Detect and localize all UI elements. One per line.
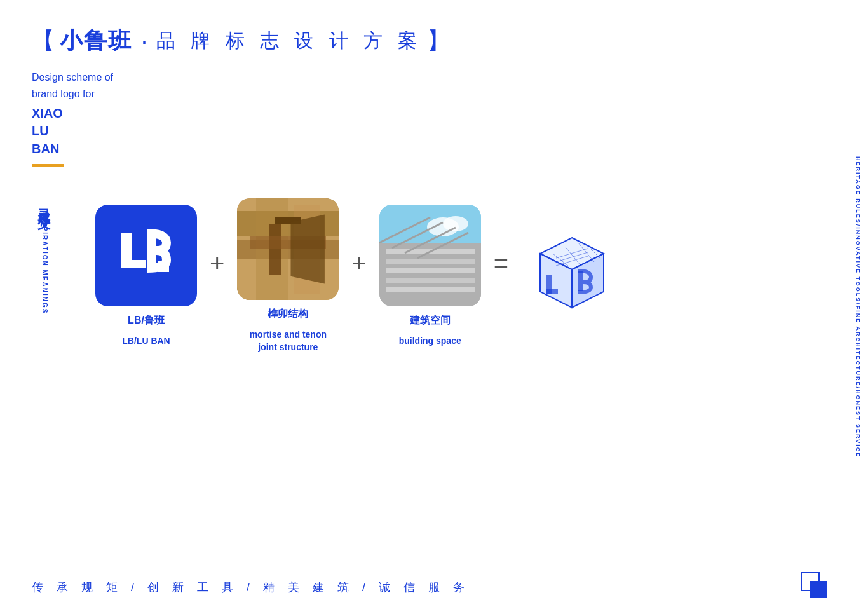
lb-label-cn: LB/鲁班 <box>128 314 165 327</box>
operator-plus-2: + <box>351 249 366 303</box>
header-title: 【 小鲁班 · 品 牌 标 志 设 计 方 案 】 <box>32 25 817 57</box>
bottom-right-mark <box>798 570 830 601</box>
inspiration-section: 灵感释义 INSPIRATION MEANINGS <box>32 198 817 353</box>
result-logo-box <box>521 225 623 327</box>
bracket-open: 【 <box>32 25 55 57</box>
bracket-close: 】 <box>427 25 450 57</box>
svg-rect-19 <box>386 268 475 273</box>
mortise-photo <box>237 198 339 300</box>
title-subtitle: 品 牌 标 志 设 计 方 案 <box>156 28 422 54</box>
item-mortise: 榫卯结构 mortise and tenonjoint structure <box>237 198 339 353</box>
vertical-label: 灵感释义 INSPIRATION MEANINGS <box>32 198 57 338</box>
result-logo-3d-svg <box>527 231 616 320</box>
item-building: 建筑空间 building space <box>379 205 481 348</box>
bottom-right-svg <box>798 570 830 601</box>
svg-rect-3 <box>158 261 169 272</box>
svg-rect-21 <box>386 287 475 292</box>
operator-equals: = <box>494 249 508 303</box>
item-result <box>521 225 623 327</box>
building-svg <box>379 205 481 306</box>
brand-name-en: XIAO LU BAN <box>32 104 817 158</box>
right-vertical-label: HERITAGE RULES/INNOVATIVE TOOLS/FINE ARC… <box>855 156 861 458</box>
lb-logo-svg <box>114 224 178 287</box>
divider <box>32 164 64 167</box>
building-label-cn: 建筑空间 <box>410 314 451 327</box>
svg-rect-30 <box>546 289 558 294</box>
subtitle-en: Design scheme of brand logo for <box>32 69 817 102</box>
svg-rect-18 <box>386 259 475 264</box>
lb-label-en: LB/LU BAN <box>122 335 170 348</box>
operator-plus-1: + <box>210 249 224 303</box>
vertical-english: INSPIRATION MEANINGS <box>41 212 48 314</box>
brand-name-cn: 小鲁班 <box>60 25 132 57</box>
svg-point-15 <box>443 216 468 231</box>
building-label-en: building space <box>399 335 461 348</box>
svg-rect-20 <box>386 278 475 283</box>
footer-text: 传 承 规 矩 / 创 新 工 具 / 精 美 建 筑 / 诚 信 服 务 <box>32 580 470 595</box>
svg-rect-2 <box>147 233 156 268</box>
right-vertical-text: HERITAGE RULES/INNOVATIVE TOOLS/FINE ARC… <box>848 0 868 614</box>
svg-rect-11 <box>275 217 301 224</box>
svg-rect-31 <box>578 271 583 291</box>
lb-logo-box <box>95 205 197 306</box>
building-photo <box>379 205 481 306</box>
title-dot: · <box>141 28 147 55</box>
svg-rect-40 <box>810 581 827 598</box>
mortise-svg <box>237 198 339 300</box>
main-content: 【 小鲁班 · 品 牌 标 志 设 计 方 案 】 Design scheme … <box>32 25 817 576</box>
mortise-label-cn: 榫卯结构 <box>268 308 308 321</box>
mortise-label-en: mortise and tenonjoint structure <box>250 329 327 353</box>
svg-rect-1 <box>121 260 146 268</box>
items-row: LB/鲁班 LB/LU BAN + <box>95 198 817 353</box>
vertical-chinese: 灵感释义 <box>36 198 53 208</box>
svg-rect-10 <box>250 236 326 249</box>
item-lb-logo: LB/鲁班 LB/LU BAN <box>95 205 197 348</box>
